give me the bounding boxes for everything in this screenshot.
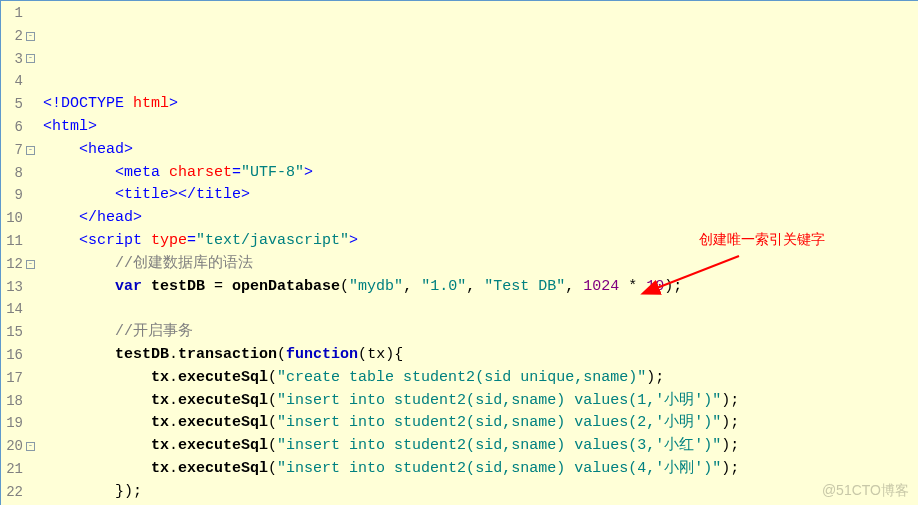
code-token: <! <box>43 93 61 116</box>
code-token: executeSql <box>178 367 268 390</box>
code-token: ( <box>358 344 367 367</box>
code-token: script <box>88 230 151 253</box>
code-token: ></ <box>169 184 196 207</box>
code-token: "Test DB" <box>484 276 565 299</box>
code-token: . <box>169 390 178 413</box>
code-token: . <box>169 435 178 458</box>
code-token: ); <box>721 412 739 435</box>
line-number: 6 <box>1 116 35 139</box>
code-token <box>43 276 115 299</box>
code-line[interactable]: }); <box>43 481 918 504</box>
code-line[interactable]: tx.executeSql("insert into student2(sid,… <box>43 435 918 458</box>
line-number: 7- <box>1 139 35 162</box>
code-token: transaction <box>178 344 277 367</box>
line-number: 11 <box>1 230 35 253</box>
line-number: 14 <box>1 298 35 321</box>
code-line[interactable]: tx.executeSql("insert into student2(sid,… <box>43 458 918 481</box>
code-token: "insert into student2(sid,sname) values(… <box>277 390 721 413</box>
code-token: tx <box>151 412 169 435</box>
code-token: ( <box>268 458 277 481</box>
code-token <box>43 139 79 162</box>
line-number: 22 <box>1 481 35 504</box>
code-token <box>43 390 151 413</box>
code-token <box>43 435 151 458</box>
code-token: . <box>169 367 178 390</box>
fold-toggle-icon[interactable]: - <box>26 260 35 269</box>
code-token <box>43 230 79 253</box>
code-line[interactable]: tx.executeSql("insert into student2(sid,… <box>43 412 918 435</box>
code-token: "mydb" <box>349 276 403 299</box>
code-token: < <box>43 116 52 139</box>
line-number: 18 <box>1 390 35 413</box>
fold-toggle-icon[interactable]: - <box>26 54 35 63</box>
code-line[interactable]: //开启事务 <box>43 321 918 344</box>
line-number: 2- <box>1 25 35 48</box>
code-token: //创建数据库的语法 <box>115 253 253 276</box>
code-token: var <box>115 276 151 299</box>
code-line[interactable]: <html> <box>43 116 918 139</box>
fold-toggle-icon[interactable]: - <box>26 442 35 451</box>
code-line[interactable]: //创建数据库的语法 <box>43 253 918 276</box>
code-token: head <box>88 139 124 162</box>
code-token: , <box>403 276 421 299</box>
code-token: executeSql <box>178 390 268 413</box>
code-token: head <box>97 207 133 230</box>
line-number: 12- <box>1 253 35 276</box>
code-line[interactable]: tx.executeSql("create table student2(sid… <box>43 367 918 390</box>
code-area[interactable]: <!DOCTYPE html><html> <head> <meta chars… <box>39 1 918 505</box>
code-line[interactable]: tx.executeSql("insert into student2(sid,… <box>43 390 918 413</box>
code-editor[interactable]: 12-3-4567-89101112-1314151617181920-2122… <box>1 1 918 505</box>
code-line[interactable]: var testDB = openDatabase("mydb", "1.0",… <box>43 276 918 299</box>
code-token <box>43 344 115 367</box>
code-line[interactable]: <meta charset="UTF-8"> <box>43 162 918 185</box>
code-line[interactable]: <!DOCTYPE html> <box>43 93 918 116</box>
code-token: = <box>214 276 232 299</box>
code-token: tx <box>151 435 169 458</box>
code-line[interactable]: testDB.transaction(function(tx){ <box>43 344 918 367</box>
code-token <box>43 412 151 435</box>
code-token: html <box>133 93 169 116</box>
code-token: ){ <box>385 344 403 367</box>
code-token: meta <box>124 162 169 185</box>
code-token: "1.0" <box>421 276 466 299</box>
code-token: . <box>169 344 178 367</box>
code-token: DOCTYPE <box>61 93 133 116</box>
code-token: "create table student2(sid unique,sname)… <box>277 367 646 390</box>
code-line[interactable]: <title></title> <box>43 184 918 207</box>
line-number: 10 <box>1 207 35 230</box>
code-token: > <box>169 93 178 116</box>
code-token: . <box>169 458 178 481</box>
code-token <box>43 253 115 276</box>
line-number: 3- <box>1 48 35 71</box>
code-line[interactable] <box>43 298 918 321</box>
code-token: ( <box>340 276 349 299</box>
code-token: tx <box>151 458 169 481</box>
code-token: ( <box>277 344 286 367</box>
code-line[interactable]: <script type="text/javascript"> <box>43 230 918 253</box>
code-token: "insert into student2(sid,sname) values(… <box>277 412 721 435</box>
code-token: ( <box>268 390 277 413</box>
code-token: }); <box>115 481 142 504</box>
code-token: testDB <box>115 344 169 367</box>
code-token: tx <box>367 344 385 367</box>
code-token: "insert into student2(sid,sname) values(… <box>277 435 721 458</box>
code-token: > <box>133 207 142 230</box>
fold-toggle-icon[interactable]: - <box>26 146 35 155</box>
code-line[interactable]: </head> <box>43 207 918 230</box>
code-token: "UTF-8" <box>241 162 304 185</box>
code-token: tx <box>151 367 169 390</box>
line-number: 4 <box>1 70 35 93</box>
code-token: executeSql <box>178 435 268 458</box>
code-token: > <box>241 184 250 207</box>
code-token: = <box>232 162 241 185</box>
code-token: title <box>196 184 241 207</box>
code-token: * <box>628 276 646 299</box>
code-token: </ <box>79 207 97 230</box>
line-number: 21 <box>1 458 35 481</box>
code-token: , <box>466 276 484 299</box>
fold-toggle-icon[interactable]: - <box>26 32 35 41</box>
code-token: //开启事务 <box>115 321 193 344</box>
code-token: ); <box>721 458 739 481</box>
line-number: 13 <box>1 276 35 299</box>
code-line[interactable]: <head> <box>43 139 918 162</box>
